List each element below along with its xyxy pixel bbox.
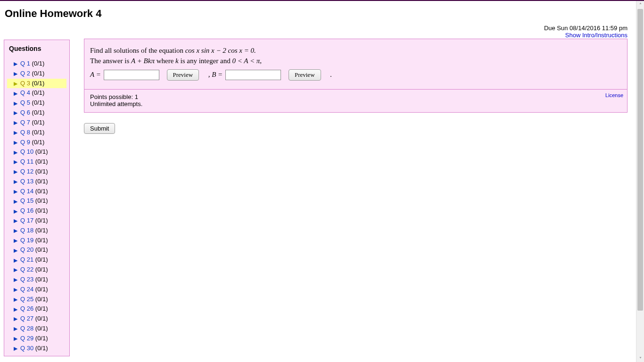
question-link[interactable]: Q 12 (20, 168, 35, 175)
question-link[interactable]: Q 30 (20, 345, 35, 352)
sidebar-item-q6[interactable]: ▶Q 6 (0/1) (7, 108, 66, 118)
submit-button[interactable]: Submit (84, 123, 115, 134)
sidebar-item-q19[interactable]: ▶Q 19 (0/1) (7, 236, 66, 246)
question-link[interactable]: Q 4 (20, 89, 32, 96)
sidebar-item-q28[interactable]: ▶Q 28 (0/1) (7, 324, 66, 334)
scroll-track[interactable] (636, 9, 644, 355)
question-math-2: A + Bkπ (131, 57, 155, 65)
sidebar-item-q30[interactable]: ▶Q 30 (0/1) (7, 344, 66, 354)
triangle-icon: ▶ (14, 246, 19, 255)
preview-b-button[interactable]: Preview (289, 69, 321, 81)
scroll-thumb[interactable] (637, 9, 643, 311)
triangle-icon: ▶ (14, 187, 19, 197)
question-score: (0/1) (35, 305, 48, 312)
scroll-up-arrow-icon[interactable]: ˄ (636, 1, 644, 9)
question-link[interactable]: Q 23 (20, 276, 35, 283)
sidebar-item-q12[interactable]: ▶Q 12 (0/1) (7, 167, 66, 177)
question-score: (0/1) (35, 266, 48, 273)
question-box: Find all solutions of the equation cos x… (84, 39, 627, 113)
triangle-icon: ▶ (14, 167, 19, 177)
question-link[interactable]: Q 10 (20, 148, 35, 155)
sidebar-item-q24[interactable]: ▶Q 24 (0/1) (7, 285, 66, 295)
sidebar-item-q27[interactable]: ▶Q 27 (0/1) (7, 314, 66, 324)
question-score: (0/1) (35, 148, 48, 155)
question-link[interactable]: Q 18 (20, 227, 35, 234)
question-link[interactable]: Q 20 (20, 246, 35, 253)
sidebar-item-q7[interactable]: ▶Q 7 (0/1) (7, 118, 66, 128)
question-link[interactable]: Q 14 (20, 188, 35, 195)
sidebar-item-q17[interactable]: ▶Q 17 (0/1) (7, 216, 66, 226)
question-link[interactable]: Q 8 (20, 129, 32, 136)
sidebar-item-q25[interactable]: ▶Q 25 (0/1) (7, 295, 66, 304)
question-link[interactable]: Q 6 (20, 109, 32, 116)
question-link[interactable]: Q 2 (20, 70, 32, 77)
question-score: (0/1) (35, 345, 48, 352)
scroll-down-arrow-icon[interactable]: ˅ (636, 355, 644, 362)
question-link[interactable]: Q 19 (20, 237, 35, 244)
triangle-icon: ▶ (14, 108, 19, 118)
sidebar-item-q22[interactable]: ▶Q 22 (0/1) (7, 265, 66, 275)
question-link[interactable]: Q 17 (20, 217, 35, 224)
question-link[interactable]: Q 9 (20, 139, 32, 146)
answer-b-input[interactable] (225, 70, 281, 80)
question-score: (0/1) (35, 325, 48, 332)
sidebar-item-q4[interactable]: ▶Q 4 (0/1) (7, 88, 66, 98)
sidebar-item-q13[interactable]: ▶Q 13 (0/1) (7, 177, 66, 187)
question-score: (0/1) (35, 256, 48, 263)
license-link[interactable]: License (605, 92, 623, 98)
triangle-icon: ▶ (14, 295, 19, 304)
question-link[interactable]: Q 5 (20, 99, 32, 106)
sidebar-item-q29[interactable]: ▶Q 29 (0/1) (7, 334, 66, 344)
sidebar-item-q20[interactable]: ▶Q 20 (0/1) (7, 245, 66, 255)
sidebar-item-q1[interactable]: ▶Q 1 (0/1) (7, 59, 66, 69)
question-link[interactable]: Q 24 (20, 286, 35, 293)
question-link[interactable]: Q 21 (20, 256, 35, 263)
question-link[interactable]: Q 29 (20, 335, 35, 342)
sidebar-item-q11[interactable]: ▶Q 11 (0/1) (7, 157, 66, 167)
sidebar-item-q16[interactable]: ▶Q 16 (0/1) (7, 206, 66, 216)
question-link[interactable]: Q 3 (20, 80, 32, 87)
question-score: (0/1) (32, 109, 45, 116)
sidebar-item-q18[interactable]: ▶Q 18 (0/1) (7, 226, 66, 236)
question-score: (0/1) (35, 158, 48, 165)
triangle-icon: ▶ (14, 69, 19, 79)
triangle-icon: ▶ (14, 89, 19, 99)
vertical-scrollbar[interactable]: ˄ ˅ (636, 1, 644, 362)
question-link[interactable]: Q 1 (20, 60, 32, 67)
answer-a-input[interactable] (104, 70, 159, 80)
triangle-icon: ▶ (14, 206, 19, 216)
question-link[interactable]: Q 11 (20, 158, 35, 165)
sidebar-item-q15[interactable]: ▶Q 15 (0/1) (7, 196, 66, 206)
question-link[interactable]: Q 22 (20, 266, 35, 273)
show-intro-link[interactable]: Show Intro/Instructions (565, 32, 627, 39)
question-link[interactable]: Q 16 (20, 207, 35, 214)
sidebar-item-q10[interactable]: ▶Q 10 (0/1) (7, 147, 66, 157)
sidebar-item-q2[interactable]: ▶Q 2 (0/1) (7, 69, 66, 79)
sidebar-item-q21[interactable]: ▶Q 21 (0/1) (7, 255, 66, 265)
question-score: (0/1) (35, 217, 48, 224)
preview-a-button[interactable]: Preview (167, 69, 199, 81)
sidebar-item-q14[interactable]: ▶Q 14 (0/1) (7, 187, 66, 197)
question-text-2a: The answer is (90, 57, 131, 65)
sidebar-item-q26[interactable]: ▶Q 26 (0/1) (7, 304, 66, 314)
sidebar-item-q5[interactable]: ▶Q 5 (0/1) (7, 98, 66, 108)
question-link[interactable]: Q 27 (20, 315, 35, 322)
sidebar-item-q9[interactable]: ▶Q 9 (0/1) (7, 138, 66, 148)
question-link[interactable]: Q 15 (20, 197, 35, 204)
question-link[interactable]: Q 25 (20, 296, 35, 303)
question-link[interactable]: Q 28 (20, 325, 35, 332)
question-comma: , (260, 57, 262, 65)
sidebar-item-q8[interactable]: ▶Q 8 (0/1) (7, 128, 66, 138)
question-link[interactable]: Q 13 (20, 178, 35, 185)
question-score: (0/1) (35, 227, 48, 234)
triangle-icon: ▶ (14, 59, 19, 69)
sidebar-item-q23[interactable]: ▶Q 23 (0/1) (7, 275, 66, 285)
question-score: (0/1) (35, 168, 48, 175)
question-score: (0/1) (35, 286, 48, 293)
question-link[interactable]: Q 26 (20, 305, 35, 312)
sidebar-item-q3[interactable]: ▶Q 3 (0/1) (7, 79, 66, 89)
attempts-info: Unlimited attempts. (90, 100, 621, 107)
question-score: (0/1) (32, 70, 45, 77)
question-link[interactable]: Q 7 (20, 119, 32, 126)
question-cond: 0 < A < π (232, 57, 260, 65)
